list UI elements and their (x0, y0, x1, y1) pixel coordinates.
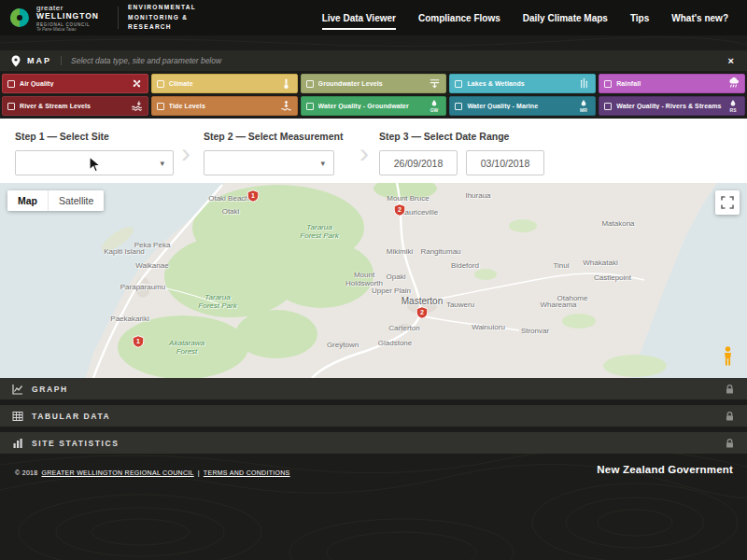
nav-item-what-s-new[interactable]: What's new? (671, 10, 728, 26)
step-separator-icon: › (359, 139, 369, 167)
fullscreen-button[interactable] (715, 190, 740, 215)
panel-site-statistics[interactable]: SITE STATISTICS (0, 432, 747, 454)
step1-label: Step 1 — Select Site (15, 131, 174, 142)
checkbox[interactable] (7, 103, 15, 110)
satellite-view-button[interactable]: Satellite (48, 190, 104, 211)
top-header: greater WELLINGTON REGIONAL COUNCIL Te P… (0, 0, 747, 35)
datatype-grid: Air QualityClimateGroundwater LevelsLake… (2, 74, 745, 116)
header-divider (118, 7, 119, 29)
datatype-rainfall[interactable]: Rainfall (599, 74, 745, 93)
checkbox[interactable] (306, 80, 314, 88)
datatype-tide-levels[interactable]: Tide Levels (151, 96, 298, 116)
lock-icon (725, 411, 735, 422)
nav-item-compliance-flows[interactable]: Compliance Flows (418, 10, 500, 26)
highway-shield-marker: 2 (416, 306, 429, 323)
fullscreen-icon (721, 196, 734, 209)
datatype-groundwater-levels[interactable]: Groundwater Levels (301, 74, 447, 93)
map-label-whakataki: Whakataki (583, 259, 617, 267)
panel-tabular-data[interactable]: TABULAR DATA (0, 405, 747, 427)
map-label-rangitumau: Rangitumau (420, 247, 460, 256)
checkbox[interactable] (604, 80, 612, 88)
svg-text:GW: GW (430, 107, 439, 113)
checkbox[interactable] (455, 103, 462, 110)
datatype-climate[interactable]: Climate (151, 74, 298, 93)
checkbox[interactable] (157, 103, 164, 110)
terms-link[interactable]: TERMS AND CONDITIONS (204, 469, 290, 476)
datatype-lakes-wetlands[interactable]: Lakes & Wetlands (449, 74, 596, 93)
map-label-paekakariki: Paekakariki (110, 315, 148, 323)
gw-council-logo[interactable]: greater WELLINGTON REGIONAL COUNCIL Te P… (0, 0, 108, 35)
tide-icon (280, 100, 292, 112)
svg-text:MR: MR (580, 107, 587, 113)
map-label-wainuioru: Wainuioru (472, 323, 505, 331)
step3-label: Step 3 — Select Date Range (379, 131, 544, 142)
checkbox[interactable] (306, 103, 314, 110)
map-label-whareama: Whareama (540, 301, 576, 309)
wetland-icon (578, 77, 590, 90)
measurement-select[interactable]: ▾ (204, 150, 334, 175)
lock-icon (725, 438, 735, 449)
gw-logo-icon (9, 7, 30, 28)
map-label-otaki: Otaki (222, 207, 240, 216)
chevron-down-icon: ▾ (160, 159, 164, 168)
map-label-matakona: Matakona (601, 219, 634, 228)
highway-shield-marker: 1 (133, 335, 145, 352)
date-from-input[interactable]: 26/09/2018 (379, 150, 458, 175)
thermometer-icon (280, 77, 292, 90)
highway-shield-marker: 1 (247, 189, 260, 206)
highway-shield-marker: 2 (394, 203, 406, 220)
steps-panel: Step 1 — Select Site ▾ › Step 2 — Select… (0, 119, 747, 183)
copyright-year: © 2018 (15, 469, 37, 476)
checkbox[interactable] (455, 80, 462, 88)
map-canvas[interactable]: Otaki BeachOtakiPeka PekaKapiti IslandWa… (0, 183, 747, 378)
map-label-mount: Mount Holdsworth (345, 271, 383, 287)
main-nav: Live Data ViewerCompliance FlowsDaily Cl… (322, 10, 747, 26)
site-title: ENVIRONMENTAL MONITORING & RESEARCH (128, 3, 196, 32)
checkbox[interactable] (604, 103, 612, 110)
svg-text:2: 2 (420, 309, 424, 315)
svg-text:1: 1 (251, 192, 255, 199)
nz-government-logo[interactable]: New Zealand Government (597, 464, 733, 475)
table-icon (12, 411, 23, 422)
map-pin-icon (11, 55, 21, 67)
graph-icon (12, 384, 23, 395)
svg-text:1: 1 (136, 338, 140, 344)
datatype-river-stream-levels[interactable]: River & Stream Levels (2, 96, 148, 116)
datatype-water-quality-marine[interactable]: Water Quality - MarineMR (449, 96, 596, 116)
map-label-otaki-beach: Otaki Beach (208, 194, 249, 203)
nav-item-tips[interactable]: Tips (630, 10, 649, 26)
datatype-water-quality-groundwater[interactable]: Water Quality - GroundwaterGW (301, 96, 447, 116)
checkbox[interactable] (7, 80, 15, 88)
page: greater WELLINGTON REGIONAL COUNCIL Te P… (0, 0, 747, 560)
nav-item-live-data-viewer[interactable]: Live Data Viewer (322, 10, 396, 26)
panel-graph[interactable]: GRAPH (0, 378, 747, 399)
map-label-gladstone: Gladstone (378, 339, 412, 347)
gw-icon: GW (428, 99, 441, 113)
datatype-air-quality[interactable]: Air Quality (2, 74, 148, 93)
map-section-title: MAP (27, 56, 51, 65)
map-label-tararua: Tararua Forest Park (300, 223, 338, 240)
date-to-input[interactable]: 03/10/2018 (466, 150, 544, 175)
map-label-mount-bruce: Mount Bruce (387, 194, 429, 203)
close-icon[interactable]: × (726, 55, 736, 66)
map-label-paraparaumu: Paraparaumu (120, 283, 165, 291)
map-label-stronvar: Stronvar (521, 327, 549, 335)
map-view-button[interactable]: Map (7, 190, 48, 211)
council-link[interactable]: GREATER WELLINGTON REGIONAL COUNCIL (41, 469, 193, 476)
step-separator-icon: › (181, 139, 190, 167)
footer-copyright: © 2018 GREATER WELLINGTON REGIONAL COUNC… (15, 469, 290, 476)
map-label-castlepoint: Castlepoint (594, 273, 631, 282)
map-label-akatarawa: Akatarawa Forest (169, 339, 204, 356)
datatype-water-quality-rivers-streams[interactable]: Water Quality - Rivers & StreamsRS (599, 96, 745, 116)
gauge-icon (429, 77, 441, 90)
map-label-opaki: Opaki (387, 273, 406, 281)
pegman-icon (722, 346, 734, 367)
stats-icon (12, 438, 23, 449)
svg-text:2: 2 (398, 206, 402, 213)
pegman-streetview[interactable] (722, 346, 734, 371)
map-label-tararua: Tararua Forest Park (198, 293, 236, 310)
step2-label: Step 2 — Select Measurement (204, 131, 343, 142)
checkbox[interactable] (157, 80, 164, 88)
nav-item-daily-climate-maps[interactable]: Daily Climate Maps (523, 10, 608, 26)
map-section-header[interactable]: MAP Select data type, site and parameter… (0, 50, 747, 71)
